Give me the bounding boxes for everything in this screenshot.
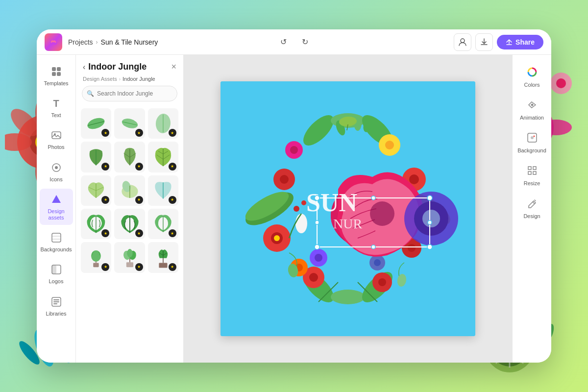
panel-back-button[interactable]: ‹ (83, 63, 85, 72)
colors-icon (527, 67, 538, 80)
panel-header: ‹ Indoor Jungle × (76, 55, 183, 76)
svg-rect-47 (53, 301, 59, 302)
asset-badge-13 (101, 263, 109, 271)
panel-breadcrumb-sep: › (119, 76, 121, 82)
text-icon: T (49, 97, 63, 110)
right-item-label-design: Design (523, 213, 540, 219)
asset-item-6[interactable] (148, 142, 178, 172)
svg-point-99 (274, 235, 280, 241)
topbar-center-controls: ↺ ↻ (275, 34, 313, 50)
asset-item-12[interactable] (148, 209, 178, 239)
asset-item-3[interactable] (148, 108, 178, 139)
sidebar-item-label-icons: Icons (49, 176, 62, 183)
right-item-resize[interactable]: Resize (515, 161, 549, 190)
sidebar-item-label-text: Text (51, 112, 61, 119)
svg-point-140 (427, 196, 432, 200)
asset-item-13[interactable] (81, 242, 111, 272)
asset-item-9[interactable] (148, 175, 178, 206)
svg-point-122 (294, 206, 299, 212)
svg-point-109 (378, 278, 386, 286)
topbar-right-controls: Share (454, 33, 543, 51)
sidebar-item-photos[interactable]: Photos (40, 124, 73, 154)
profile-button[interactable] (454, 33, 471, 51)
asset-item-4[interactable] (81, 142, 111, 172)
breadcrumb-root[interactable]: Projects (68, 38, 93, 46)
asset-item-10[interactable] (81, 209, 111, 239)
asset-item-8[interactable] (114, 175, 145, 206)
svg-point-145 (371, 196, 375, 200)
svg-point-152 (533, 136, 535, 137)
right-item-design[interactable]: Design (515, 194, 549, 223)
asset-panel: ‹ Indoor Jungle × Design Assets › Indoor… (76, 55, 184, 363)
asset-item-14[interactable] (114, 242, 145, 272)
asset-item-1[interactable] (81, 108, 111, 139)
panel-breadcrumb-root[interactable]: Design Assets (83, 76, 117, 82)
asset-item-15[interactable] (148, 242, 178, 272)
asset-grid (76, 106, 183, 363)
svg-point-81 (127, 249, 132, 257)
sidebar-item-icons[interactable]: Icons (40, 157, 73, 187)
search-input[interactable] (82, 86, 177, 101)
svg-point-40 (55, 166, 58, 169)
sidebar-item-text[interactable]: T Text (40, 93, 73, 122)
sidebar-item-logos[interactable]: Logos (40, 259, 73, 289)
right-item-label-resize: Resize (524, 180, 540, 186)
svg-point-143 (315, 220, 319, 224)
photos-icon (49, 128, 63, 142)
templates-icon (49, 65, 63, 78)
right-item-background[interactable]: Background (515, 128, 549, 157)
asset-item-2[interactable] (114, 108, 145, 139)
sidebar-item-label-design-assets: Design assets (42, 208, 71, 221)
right-item-animation[interactable]: Animation (515, 96, 549, 124)
asset-badge-5 (135, 163, 143, 171)
svg-point-141 (315, 245, 319, 249)
backgrounds-icon (49, 231, 63, 245)
asset-badge-8 (135, 196, 143, 204)
svg-point-115 (374, 259, 381, 266)
main-content: Templates T Text Photos (37, 55, 551, 363)
panel-breadcrumb: Design Assets › Indoor Jungle (76, 76, 183, 86)
svg-rect-77 (126, 262, 133, 267)
redo-button[interactable]: ↻ (297, 34, 313, 50)
sidebar-item-label-libraries: Libraries (46, 311, 66, 317)
sidebar-item-label-backgrounds: Backgrounds (40, 246, 72, 253)
right-panel: Colors Animation (512, 55, 551, 363)
background-panel-icon (527, 132, 538, 146)
sidebar-item-templates[interactable]: Templates (40, 61, 73, 91)
icons-icon (49, 161, 63, 174)
right-item-label-animation: Animation (520, 115, 544, 121)
canvas-design[interactable]: SUN NUR (220, 81, 475, 336)
right-item-label-colors: Colors (524, 82, 540, 88)
panel-title: Indoor Jungle (88, 62, 147, 72)
svg-rect-82 (159, 263, 167, 268)
undo-button[interactable]: ↺ (275, 34, 291, 50)
asset-item-7[interactable] (81, 175, 111, 206)
asset-badge-11 (135, 229, 143, 237)
asset-badge-15 (169, 263, 176, 271)
sidebar-item-libraries[interactable]: Libraries (40, 291, 73, 321)
svg-rect-34 (57, 67, 61, 71)
svg-point-23 (556, 78, 566, 88)
sidebar-item-label-photos: Photos (48, 144, 64, 150)
svg-point-127 (370, 201, 394, 226)
svg-point-144 (428, 220, 432, 224)
svg-rect-46 (53, 299, 59, 300)
asset-item-5[interactable] (114, 142, 145, 172)
right-item-colors[interactable]: Colors (515, 63, 549, 92)
breadcrumb-current: Sun & Tile Nursery (101, 38, 158, 46)
svg-point-32 (461, 39, 465, 43)
sidebar-item-backgrounds[interactable]: Backgrounds (40, 227, 73, 257)
svg-point-107 (309, 273, 318, 282)
asset-badge-6 (169, 163, 176, 171)
download-button[interactable] (475, 33, 493, 51)
svg-point-103 (409, 174, 419, 184)
panel-title-row: ‹ Indoor Jungle (83, 62, 147, 72)
svg-point-4 (5, 133, 32, 151)
sidebar-item-design-assets[interactable]: Design assets (40, 189, 73, 225)
share-button[interactable]: Share (497, 35, 543, 49)
app-logo (45, 33, 62, 51)
svg-text:NUR: NUR (333, 216, 362, 231)
sidebar-item-label-logos: Logos (49, 278, 64, 285)
asset-item-11[interactable] (114, 209, 145, 239)
panel-close-button[interactable]: × (171, 62, 176, 72)
